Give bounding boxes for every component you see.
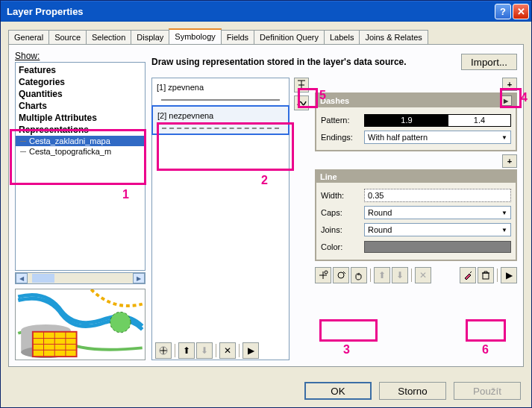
scroll-left-icon[interactable]: ◀	[16, 273, 28, 283]
tab-fields[interactable]: Fields	[221, 30, 254, 44]
show-cat-categories[interactable]: Categories	[16, 76, 145, 88]
rule-name-0: zpevnena	[168, 83, 204, 92]
hand-icon[interactable]	[351, 267, 367, 283]
import-button[interactable]: Import...	[461, 54, 517, 70]
rep-item-1[interactable]: Cesta_topograficka_m	[16, 146, 145, 157]
rule-id-1: [2]	[157, 111, 166, 120]
new-rule-icon[interactable]	[155, 342, 172, 359]
brush-icon[interactable]	[460, 267, 476, 283]
tab-general[interactable]: General	[8, 30, 49, 44]
window-frame: Layer Properties ? ✕ General Source Sele…	[0, 0, 532, 408]
callout-5: 5	[319, 89, 326, 102]
tab-source[interactable]: Source	[48, 30, 87, 44]
tab-joins-relates[interactable]: Joins & Relates	[359, 30, 428, 44]
show-cat-quantities[interactable]: Quantities	[16, 88, 145, 100]
tab-definition-query[interactable]: Definition Query	[254, 30, 325, 44]
dialog-buttons: OK Storno Použít	[1, 374, 531, 407]
close-button[interactable]: ✕	[513, 4, 529, 19]
svg-point-15	[325, 271, 328, 274]
show-cat-features[interactable]: Features	[16, 64, 145, 76]
endings-value: With half pattern	[368, 133, 428, 142]
tab-symbology[interactable]: Symbology	[169, 28, 221, 44]
width-value: 0.35	[368, 191, 384, 200]
title-bar[interactable]: Layer Properties ? ✕	[1, 1, 531, 22]
next-icon[interactable]: ▶	[501, 267, 517, 283]
width-label: Width:	[321, 191, 360, 200]
window-title: Layer Properties	[7, 6, 493, 17]
rule-name-1: nezpevnena	[169, 111, 213, 120]
pattern-dark[interactable]: 1.9	[365, 115, 448, 126]
rule-delete-icon[interactable]: ✕	[219, 342, 236, 359]
show-scrollbar[interactable]: ◀ ▶	[15, 272, 145, 284]
move-down-icon[interactable]: ⬇	[392, 267, 408, 283]
pattern-input[interactable]: 1.9 1.4	[364, 114, 511, 127]
width-input[interactable]: 0.35	[364, 189, 511, 202]
callout-6: 6	[482, 343, 489, 357]
line-title: Line	[320, 172, 337, 181]
content-area: General Source Selection Display Symbolo…	[1, 22, 531, 374]
svg-point-1	[110, 312, 131, 332]
tab-display[interactable]: Display	[131, 30, 169, 44]
rule-id-0: [1]	[157, 83, 166, 92]
tab-strip: General Source Selection Display Symbolo…	[8, 28, 524, 44]
ok-button[interactable]: OK	[304, 382, 372, 400]
scroll-right-icon[interactable]: ▶	[133, 273, 145, 283]
dashes-group: Dashes ▶ Pattern: 1.9 1.4	[315, 92, 517, 151]
svg-rect-17	[483, 273, 489, 279]
marker-tool-icon[interactable]	[294, 95, 309, 110]
rule-up-icon[interactable]: ⬆	[178, 342, 195, 359]
color-swatch[interactable]	[364, 241, 511, 253]
callout-3: 3	[343, 343, 350, 357]
show-label: Show:	[15, 51, 145, 61]
apply-button[interactable]: Použít	[454, 382, 521, 400]
show-column: Show: Features Categories Quantities Cha…	[15, 51, 145, 360]
add-line-button[interactable]: +	[502, 154, 517, 168]
add-layer-button[interactable]: +	[502, 78, 517, 91]
effects-toolbar: ⬆ ⬇ ✕ ▶	[315, 266, 517, 285]
rules-list[interactable]: [1] zpevnena [2] nezpevnena	[151, 78, 290, 360]
line-group: Line Width: 0.35 Caps: Round	[315, 169, 517, 261]
rep-item-0[interactable]: Cesta_zakladni_mapa	[16, 136, 145, 146]
description-label: Draw using representation stored in the …	[151, 57, 455, 67]
callout-2: 2	[261, 174, 268, 187]
rule-preview-1	[162, 128, 279, 129]
help-button[interactable]: ?	[495, 4, 511, 19]
color-label: Color:	[321, 242, 360, 251]
joins-value: Round	[368, 225, 392, 234]
tab-panel: Show: Features Categories Quantities Cha…	[8, 44, 524, 367]
add-shape-icon[interactable]	[333, 267, 349, 283]
endings-label: Endings:	[321, 133, 360, 142]
show-cat-multiattr[interactable]: Multiple Attributes	[16, 112, 145, 124]
tab-labels[interactable]: Labels	[324, 30, 360, 44]
dashes-collapse-icon[interactable]: ▶	[500, 95, 512, 106]
caps-value: Round	[368, 208, 392, 217]
add-effect-icon[interactable]	[315, 267, 331, 283]
scroll-thumb[interactable]	[32, 274, 54, 283]
delete-icon[interactable]: ✕	[415, 267, 431, 283]
tab-selection[interactable]: Selection	[86, 30, 131, 44]
stroke-tool-icon[interactable]	[294, 78, 309, 92]
callout-1: 1	[122, 188, 129, 201]
joins-label: Joins:	[321, 225, 360, 234]
rule-item-1[interactable]: [2] nezpevnena	[151, 105, 290, 135]
pattern-light[interactable]: 1.4	[448, 115, 510, 126]
show-cat-representations[interactable]: Representations	[16, 124, 145, 136]
endings-select[interactable]: With half pattern	[364, 131, 511, 144]
move-up-icon[interactable]: ⬆	[374, 267, 390, 283]
layer-type-tools	[294, 78, 310, 360]
rule-preview-0	[161, 99, 280, 101]
rule-next-icon[interactable]: ▶	[242, 342, 259, 359]
callout-4: 4	[521, 91, 528, 104]
caps-select[interactable]: Round	[364, 206, 511, 219]
rule-down-icon[interactable]: ⬇	[196, 342, 213, 359]
joins-select[interactable]: Round	[364, 223, 511, 236]
cancel-button[interactable]: Storno	[379, 382, 446, 400]
caps-label: Caps:	[321, 208, 360, 217]
rules-toolbar: ⬆ ⬇ ✕ ▶	[155, 341, 297, 360]
preview-thumbnail	[15, 289, 145, 360]
trash-icon[interactable]	[478, 267, 494, 283]
right-area: Draw using representation stored in the …	[151, 51, 517, 360]
rule-item-0[interactable]: [1] zpevnena	[152, 78, 289, 106]
show-cat-charts[interactable]: Charts	[16, 100, 145, 112]
show-list[interactable]: Features Categories Quantities Charts Mu…	[15, 62, 145, 271]
